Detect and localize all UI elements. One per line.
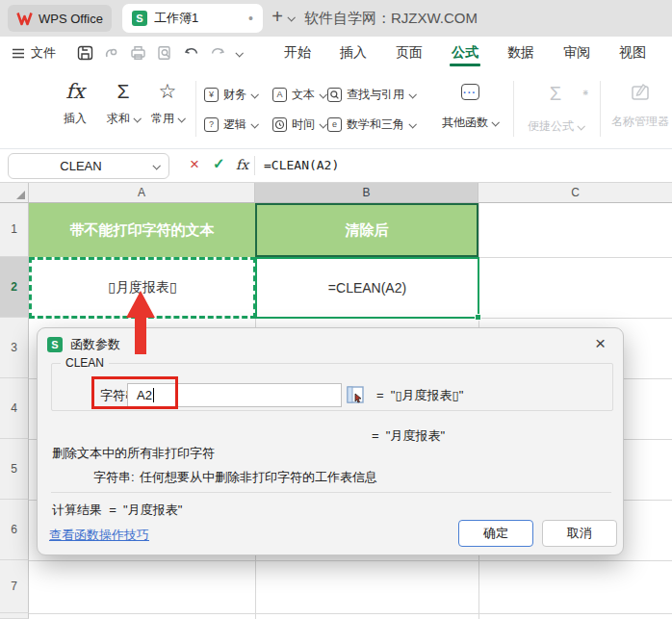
argument-inline-result: = "▯月度报表▯"	[376, 387, 463, 404]
insert-function-fx-button[interactable]: fx	[236, 157, 248, 172]
print-preview-icon[interactable]	[157, 45, 173, 61]
function-help-link[interactable]: 查看函数操作技巧	[49, 527, 149, 544]
cell-a1[interactable]: 带不能打印字符的文本	[29, 203, 255, 257]
gridline	[29, 560, 672, 561]
finance-label: 财务	[223, 87, 246, 103]
preview-result: = "月度报表"	[372, 427, 445, 445]
row-header-4[interactable]: 4	[0, 378, 29, 439]
wps-spreadsheet-window: WPS Office S 工作簿1 • + 软件自学网：RJZXW.COM 文件	[0, 0, 672, 619]
toolbar-more-chevron-icon[interactable]	[235, 49, 243, 57]
tab-insert[interactable]: 插入	[338, 38, 369, 68]
text-functions-button[interactable]: A 文本	[272, 87, 325, 103]
time-functions-button[interactable]: 时间	[272, 116, 325, 133]
divider	[51, 492, 611, 493]
common-functions-button[interactable]: ☆ 常用	[142, 79, 193, 127]
tab-formulas[interactable]: 公式	[450, 38, 480, 68]
format-painter-icon[interactable]	[104, 45, 119, 61]
red-annotation-arrow	[116, 285, 166, 358]
row-header-1[interactable]: 1	[0, 203, 29, 257]
common-functions-label: 常用	[151, 111, 174, 127]
column-header-a[interactable]: A	[29, 183, 255, 203]
unsaved-indicator-dot: •	[248, 11, 253, 26]
wps-office-menu-button[interactable]: WPS Office	[8, 5, 112, 32]
logic-functions-button[interactable]: ? 逻辑	[204, 116, 257, 133]
cell-b1[interactable]: 清除后	[255, 203, 478, 257]
lookup-reference-label: 查找与引用	[347, 87, 404, 103]
lookup-reference-button[interactable]: 查找与引用	[327, 87, 415, 103]
function-arguments-dialog: S 函数参数 × CLEAN 字符串 A2 = "▯月度报表▯" = "月度报表…	[37, 327, 624, 555]
divider	[513, 81, 514, 137]
sigma-icon: Σ	[98, 79, 148, 104]
document-tab-label: 工作簿1	[154, 10, 242, 27]
spreadsheet-app-icon: S	[47, 337, 63, 352]
site-watermark-text: 软件自学网：RJZXW.COM	[304, 10, 478, 28]
tab-list-chevron-icon[interactable]	[287, 13, 295, 21]
undo-icon[interactable]	[184, 46, 199, 61]
new-tab-button[interactable]: +	[267, 6, 288, 28]
logic-icon: ?	[204, 117, 219, 132]
math-icon: e	[327, 117, 342, 132]
divider	[254, 156, 255, 175]
clock-icon	[272, 117, 287, 132]
tab-review[interactable]: 审阅	[561, 38, 592, 68]
dialog-close-button[interactable]: ×	[591, 332, 609, 354]
range-picker-button[interactable]	[347, 386, 365, 404]
document-tab[interactable]: S 工作簿1 •	[122, 4, 263, 33]
row-header-7[interactable]: 7	[0, 560, 29, 613]
logic-label: 逻辑	[223, 116, 246, 133]
times-glyph: ×	[582, 81, 588, 106]
cancel-button[interactable]: 取消	[542, 520, 617, 547]
app-name: WPS Office	[39, 12, 103, 26]
print-icon[interactable]	[130, 45, 146, 61]
ok-button[interactable]: 确定	[458, 520, 533, 547]
function-name-legend: CLEAN	[61, 356, 109, 370]
fill-handle[interactable]	[475, 314, 481, 321]
select-all-triangle-icon	[16, 191, 25, 199]
sigma-icon: Σ	[550, 83, 561, 104]
red-annotation-box	[91, 376, 178, 409]
chevron-down-icon	[319, 90, 326, 98]
formula-input[interactable]: =CLEAN(A2)	[264, 158, 339, 172]
row-header-5[interactable]: 5	[0, 439, 29, 500]
range-picker-icon	[347, 386, 365, 404]
quick-formula-label: 便捷公式	[528, 118, 574, 135]
tab-page[interactable]: 页面	[394, 38, 425, 68]
row-header-8[interactable]: 8	[0, 613, 29, 619]
save-icon[interactable]	[77, 45, 93, 61]
row-header-6[interactable]: 6	[0, 500, 29, 560]
dialog-title: 函数参数	[70, 336, 120, 353]
ribbon: fx 插入 Σ 求和 ☆ 常用 ¥ 财务 ? 逻辑 A 文本 时间	[0, 69, 672, 149]
cell-b2-active[interactable]: =CLEAN(A2)	[255, 257, 479, 319]
select-all-corner[interactable]	[0, 183, 29, 203]
column-header-b[interactable]: B	[255, 183, 478, 203]
row-header-2[interactable]: 2	[0, 257, 29, 318]
file-menu-button[interactable]: 文件	[12, 44, 56, 62]
insert-function-button[interactable]: fx 插入	[50, 79, 100, 127]
gridline	[29, 613, 672, 614]
finance-functions-button[interactable]: ¥ 财务	[204, 87, 257, 103]
cancel-entry-button[interactable]: ×	[190, 155, 199, 174]
titlebar: WPS Office S 工作簿1 • + 软件自学网：RJZXW.COM	[0, 0, 672, 37]
finance-icon: ¥	[204, 88, 219, 102]
wps-logo-icon	[16, 12, 33, 26]
confirm-entry-button[interactable]: ✓	[213, 155, 225, 172]
math-trig-button[interactable]: e 数学和三角	[327, 116, 415, 133]
chevron-down-icon	[177, 115, 185, 122]
tab-data[interactable]: 数据	[505, 38, 536, 68]
formula-bar: CLEAN × ✓ fx =CLEAN(A2)	[0, 149, 672, 183]
other-functions-button[interactable]: ··· 其他函数	[438, 84, 502, 131]
redo-icon[interactable]	[210, 46, 225, 61]
time-label: 时间	[292, 116, 315, 133]
divider	[600, 81, 601, 137]
row-header-3[interactable]: 3	[0, 318, 29, 378]
chevron-down-icon	[133, 115, 141, 122]
autosum-button[interactable]: Σ 求和	[98, 79, 148, 127]
tab-home[interactable]: 开始	[282, 38, 313, 68]
tab-view[interactable]: 视图	[617, 38, 648, 68]
name-manager-button-disabled: 名称管理器	[609, 81, 671, 130]
spreadsheet-doc-icon: S	[132, 11, 147, 26]
hamburger-icon	[12, 48, 25, 59]
other-functions-icon: ···	[461, 84, 479, 100]
name-box[interactable]: CLEAN	[8, 153, 169, 179]
column-header-c[interactable]: C	[478, 183, 672, 203]
